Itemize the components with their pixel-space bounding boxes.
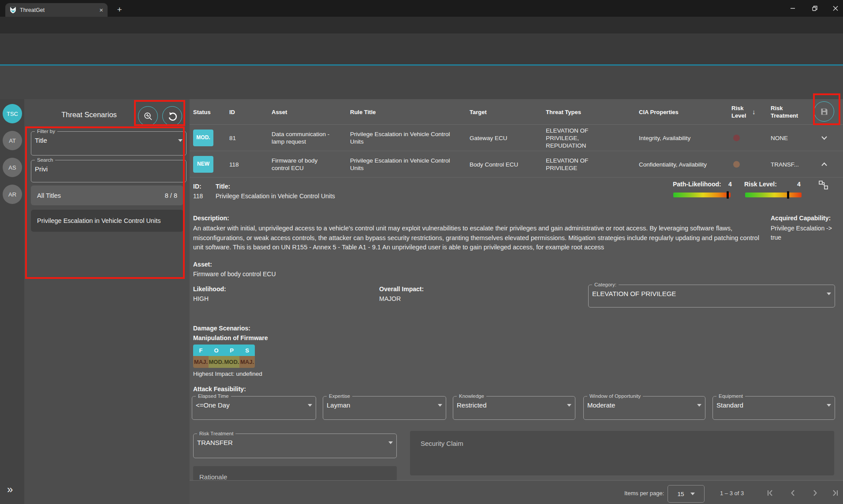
row-id: 81 <box>229 134 236 141</box>
sort-desc-icon[interactable]: ↓ <box>752 108 756 115</box>
first-page-icon[interactable] <box>765 488 776 498</box>
last-page-icon[interactable] <box>830 488 840 498</box>
risk-level-value: 4 <box>797 181 801 188</box>
table-row[interactable]: NEW 118 Firmware of body control ECU Pri… <box>190 151 843 178</box>
knowledge-label: Knowledge <box>457 393 486 399</box>
next-page-icon[interactable] <box>810 488 821 498</box>
page-size-select[interactable]: 15 <box>668 485 705 503</box>
left-rail: TSC AT AS AR » <box>0 99 24 504</box>
table-row[interactable]: MOD. 81 Data communication - lamp reques… <box>190 125 843 151</box>
threat-scenarios-panel: Threat Scenarios Filter by Title Search … <box>24 99 190 504</box>
risk-treatment-select[interactable]: Risk Treatment TRANSFER <box>193 431 397 458</box>
damage-scenarios-label: Damage Scenarios: <box>193 325 250 332</box>
elapsed-time-select[interactable]: Elapsed Time <=One Day <box>192 393 316 420</box>
row-target: Body Control ECU <box>470 160 536 168</box>
rail-avatar-ar[interactable]: AR <box>3 185 22 204</box>
chevron-down-icon <box>178 139 183 142</box>
collapse-row-icon[interactable] <box>821 162 828 167</box>
likelihood-value: HIGH <box>193 295 209 302</box>
row-treatment: TRANSF... <box>771 160 799 168</box>
window-restore-button[interactable] <box>808 4 821 13</box>
likelihood-label: Likelihood: <box>193 285 226 293</box>
chevron-down-icon <box>438 404 442 407</box>
acquired-capability-value: Privilege Escalation -> true <box>771 224 839 242</box>
equipment-label: Equipment <box>716 393 745 399</box>
detail-id-value: 118 <box>193 193 203 200</box>
reset-filter-button[interactable] <box>162 106 182 126</box>
filter-by-select[interactable]: Filter by Title <box>31 129 187 156</box>
new-tab-button[interactable]: + <box>114 4 125 15</box>
window-of-opportunity-value: Moderate <box>587 401 615 409</box>
knowledge-select[interactable]: Knowledge Restricted <box>453 393 575 420</box>
risk-level-bar <box>745 193 802 197</box>
previous-page-icon[interactable] <box>787 488 798 498</box>
save-floppy-icon <box>820 107 829 116</box>
risk-treatment-label: Risk Treatment <box>197 431 235 436</box>
rail-avatar-as[interactable]: AS <box>3 158 22 177</box>
items-per-page-label: Items per page: <box>624 490 664 497</box>
impact-p: MOD. <box>224 356 239 368</box>
security-claim-textarea[interactable]: Security Claim <box>410 431 834 475</box>
search-label: Search <box>35 157 55 163</box>
expand-row-icon[interactable] <box>821 136 828 140</box>
all-titles-group[interactable]: All Titles 8 / 8 <box>31 185 183 205</box>
category-select[interactable]: Category: ELEVATION OF PRIVILEGE <box>588 282 835 308</box>
browser-tabstrip: ThreatGet × + <box>0 0 843 17</box>
col-risk-treatment: RiskTreatment <box>771 104 798 119</box>
acquired-capability-label: Acquired Capability: <box>771 215 831 222</box>
window-of-opportunity-select[interactable]: Window of Opportunity Moderate <box>583 393 705 420</box>
risk-treatment-value: TRANSFER <box>197 439 233 446</box>
search-input[interactable]: Search Privi <box>31 157 187 182</box>
window-minimize-button[interactable] <box>786 4 799 13</box>
detail-id-label: ID: <box>193 183 201 190</box>
chevron-down-icon <box>690 493 695 495</box>
page-range-text: 1 – 3 of 3 <box>720 490 744 497</box>
fops-o: O <box>209 345 224 356</box>
fops-impact-table: F O P S MAJ. MOD. MOD. MAJ. <box>193 345 255 368</box>
category-value: ELEVATION OF PRIVILEGE <box>592 290 676 297</box>
scenario-result-label: Privilege Escalation in Vehicle Control … <box>37 217 160 224</box>
path-likelihood-value: 4 <box>728 181 732 188</box>
search-scenarios-button[interactable] <box>138 106 158 126</box>
status-badge: MOD. <box>193 130 213 146</box>
knowledge-value: Restricted <box>457 401 487 409</box>
rationale-textarea[interactable]: Rationale <box>193 466 397 481</box>
expertise-select[interactable]: Expertise Layman <box>323 393 446 420</box>
window-of-opportunity-label: Window of Opportunity <box>587 393 643 399</box>
window-close-button[interactable] <box>829 4 842 13</box>
save-button[interactable] <box>814 101 834 122</box>
browser-tab[interactable]: ThreatGet × <box>5 3 108 17</box>
highest-impact-text: Highest Impact: undefined <box>193 371 262 377</box>
col-asset: Asset <box>272 108 287 116</box>
status-badge: NEW <box>193 156 213 173</box>
risk-level-marker <box>787 191 789 199</box>
attack-tree-icon[interactable] <box>817 179 830 192</box>
row-asset: Firmware of body control ECU <box>272 157 333 172</box>
col-rule-title: Rule Title <box>350 108 376 116</box>
equipment-select[interactable]: Equipment Standard <box>712 393 835 420</box>
detail-title-label: Title: <box>216 183 230 190</box>
col-risk-level[interactable]: RiskLevel <box>731 104 746 119</box>
damage-scenario-name: Manipulation of Firmware <box>193 334 268 341</box>
all-titles-count: 8 / 8 <box>165 192 177 199</box>
detail-title-value: Privilege Escalation in Vehicle Control … <box>216 193 489 200</box>
expand-rail-icon[interactable]: » <box>7 483 13 496</box>
row-rule-title: Privilege Escalation in Vehicle Control … <box>350 130 456 145</box>
rail-avatar-tsc[interactable]: TSC <box>3 104 22 123</box>
row-threat-types: ELEVATION OF PRIVILEGE <box>546 157 604 172</box>
chevron-down-icon <box>388 441 393 444</box>
chevron-down-icon <box>827 293 831 295</box>
impact-o: MOD. <box>209 356 224 368</box>
fops-f: F <box>193 345 209 356</box>
elapsed-time-label: Elapsed Time <box>196 393 231 399</box>
row-id: 118 <box>229 160 239 168</box>
screen: ThreatGet × + localhost:4200/#/tara-iter… <box>0 0 843 504</box>
path-likelihood-bar <box>673 193 731 197</box>
row-rule-title: Privilege Escalation in Vehicle Control … <box>350 157 456 172</box>
scenario-result-item[interactable]: Privilege Escalation in Vehicle Control … <box>31 210 183 232</box>
filter-by-value: Title <box>35 137 47 144</box>
rail-avatar-at[interactable]: AT <box>3 131 22 150</box>
panel-title: Threat Scenarios <box>36 111 142 119</box>
tab-close-icon[interactable]: × <box>99 6 103 14</box>
impact-f: MAJ. <box>193 356 209 368</box>
